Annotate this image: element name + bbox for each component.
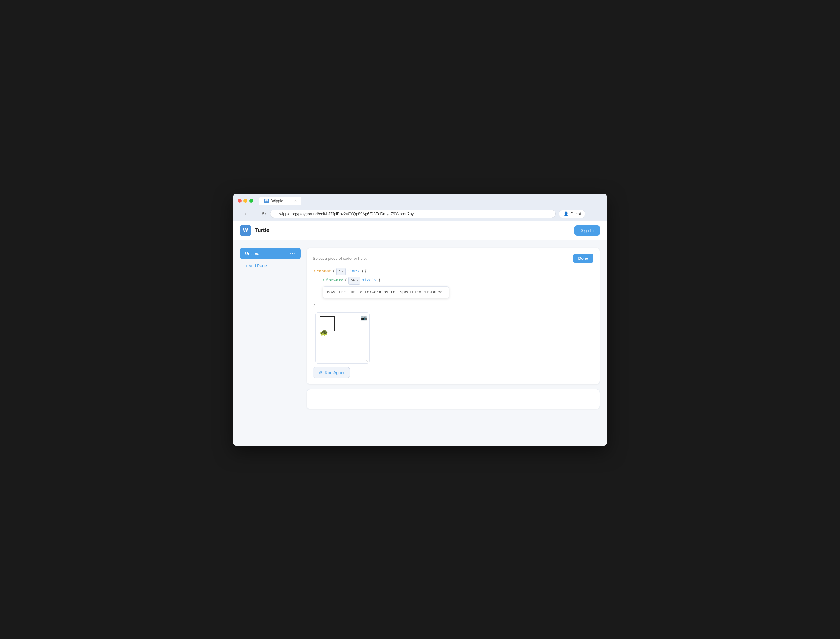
refresh-button[interactable]: ↻ [261,210,267,218]
forward-value-dropdown[interactable]: 50 ▾ [348,277,360,285]
more-options-button[interactable]: ⋮ [589,209,597,218]
forward-icon: ↑ [323,277,325,283]
forward-keyword: forward [326,277,344,284]
app-title: Turtle [255,227,269,234]
close-brace: } [313,301,315,308]
add-block-card[interactable]: + [307,389,600,409]
chevron-down-icon-2: ▾ [356,278,358,283]
forward-value: 50 [351,277,355,284]
guest-button[interactable]: 👤 Guest [559,210,585,218]
tooltip-box: Move the turtle forward by the specified… [323,286,449,298]
sidebar: Untitled ··· + Add Page [240,248,301,439]
repeat-line: ↺ repeat ( 4 ▾ times ) { [313,268,593,275]
chevron-down-icon: ▾ [342,269,344,274]
open-paren-2: ( [345,277,347,284]
minimize-button[interactable] [243,199,247,203]
sidebar-more-button[interactable]: ··· [290,251,296,256]
open-paren-1: ( [333,268,335,275]
new-tab-button[interactable]: + [302,197,311,205]
help-placeholder: Select a piece of code for help. [313,256,367,261]
repeat-keyword: repeat [316,268,331,275]
address-bar[interactable]: ⊙ wipple.org/playground/edit/hJZfplBpz2u… [270,210,556,218]
traffic-lights[interactable] [238,199,253,203]
maximize-button[interactable] [249,199,253,203]
code-block-card: Select a piece of code for help. Done ↺ … [307,248,600,385]
times-keyword: times [347,268,360,275]
sidebar-item-untitled[interactable]: Untitled ··· [240,248,301,259]
repeat-value-dropdown[interactable]: 4 ▾ [336,268,346,275]
active-tab[interactable]: W Wipple × [259,197,301,205]
main-content: Select a piece of code for help. Done ↺ … [307,248,600,439]
open-brace: { [364,268,367,275]
guest-icon: 👤 [563,211,568,216]
chevron-down-icon: ⌄ [599,199,602,203]
close-button[interactable] [238,199,242,203]
camera-icon[interactable]: 📷 [361,315,367,321]
sidebar-page-title: Untitled [245,251,259,256]
add-page-button[interactable]: + Add Page [240,261,301,271]
app-logo: W [240,225,251,236]
repeat-icon: ↺ [313,268,315,274]
tab-title: Wipple [271,199,283,203]
security-icon: ⊙ [275,212,278,216]
guest-label: Guest [570,211,581,216]
forward-line: ↑ forward ( 50 ▾ pixels ) [313,277,593,285]
app-header: W Turtle Sign In [233,221,607,240]
turtle-sprite: 🐢 [320,329,328,337]
tab-favicon: W [264,199,269,203]
forward-button[interactable]: → [251,210,259,218]
run-again-button[interactable]: ↺ Run Again [313,367,350,378]
turtle-canvas: 📷 🐢 ⤡ [315,312,370,364]
add-block-icon: + [451,395,455,404]
back-button[interactable]: ← [243,210,250,218]
run-again-label: Run Again [325,370,344,375]
run-icon: ↺ [319,370,322,375]
done-button[interactable]: Done [573,254,594,263]
close-paren-2: ) [378,277,380,284]
add-page-label: + Add Page [245,263,267,268]
resize-handle-icon[interactable]: ⤡ [366,359,368,362]
code-area: ↺ repeat ( 4 ▾ times ) { [313,268,593,308]
close-brace-line: } [313,301,593,308]
url-text: wipple.org/playground/edit/hJZfplBpz2u0Y… [279,211,551,216]
pixels-keyword: pixels [361,277,377,284]
close-paren-1: ) [361,268,363,275]
tab-close-button[interactable]: × [294,199,297,203]
repeat-value: 4 [339,268,341,275]
sign-in-button[interactable]: Sign In [574,226,600,235]
tooltip-text: Move the turtle forward by the specified… [327,290,445,294]
